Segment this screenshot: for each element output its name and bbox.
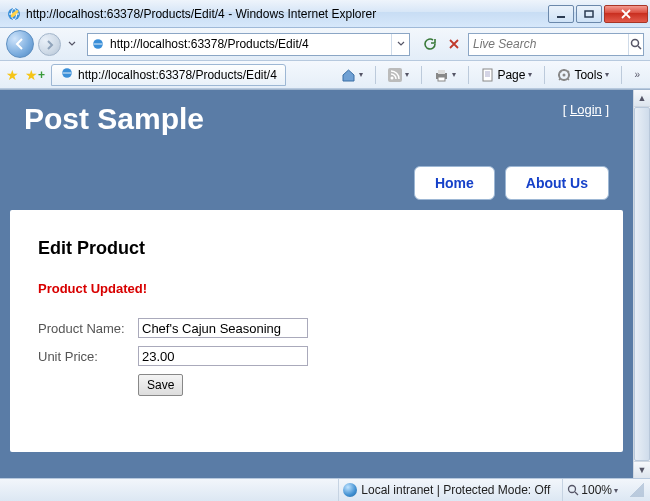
address-input[interactable] [108,34,391,55]
back-button[interactable] [6,30,34,58]
print-button[interactable]: ▾ [430,64,460,86]
page-menu[interactable]: Page▾ [477,64,536,86]
window-title: http://localhost:63378/Products/Edit/4 -… [26,7,546,21]
svg-rect-1 [557,16,565,18]
save-button[interactable]: Save [138,374,183,396]
product-name-label: Product Name: [38,321,138,336]
login-link[interactable]: Login [570,102,602,117]
browser-tab[interactable]: http://localhost:63378/Products/Edit/4 [51,64,286,86]
globe-icon [343,483,357,497]
zoom-icon [567,484,579,496]
address-dropdown[interactable] [391,34,409,55]
browser-viewport: Post Sample [ Login ] Home About Us Edit… [0,89,650,478]
feeds-button[interactable]: ▾ [384,64,413,86]
ie-page-icon [88,37,108,51]
scroll-up-arrow[interactable]: ▲ [634,90,650,107]
add-favorite-icon[interactable]: ★+ [25,67,45,83]
stop-button[interactable] [444,34,464,55]
minimize-button[interactable] [548,5,574,23]
unit-price-input[interactable] [138,346,308,366]
security-zone[interactable]: Local intranet | Protected Mode: Off [338,479,554,501]
help-chevron[interactable]: » [630,64,644,86]
resize-grip[interactable] [630,483,644,497]
scroll-thumb[interactable] [634,107,650,461]
tools-menu[interactable]: Tools▾ [553,64,613,86]
login-display: [ Login ] [563,102,609,117]
vertical-scrollbar[interactable]: ▲ ▼ [633,90,650,478]
home-button[interactable]: ▾ [337,64,367,86]
svg-point-4 [631,39,638,46]
status-bar: Local intranet | Protected Mode: Off 100… [0,478,650,501]
tab-title: http://localhost:63378/Products/Edit/4 [78,68,277,82]
svg-rect-2 [585,11,593,17]
site-nav: Home About Us [0,136,633,210]
product-name-input[interactable] [138,318,308,338]
maximize-button[interactable] [576,5,602,23]
search-input[interactable] [469,34,628,55]
nav-history-dropdown[interactable] [65,31,79,57]
window-buttons [546,5,648,23]
favorites-star-icon[interactable]: ★ [6,67,19,83]
zoom-control[interactable]: 100% ▾ [562,479,622,501]
svg-rect-11 [483,69,492,81]
ie-favicon [6,6,22,22]
forward-button[interactable] [38,33,61,56]
ie-page-icon [60,66,74,83]
unit-price-label: Unit Price: [38,349,138,364]
svg-rect-10 [438,77,445,81]
svg-point-7 [391,76,394,79]
page-heading: Edit Product [38,238,595,259]
address-bar [87,33,410,56]
command-bar: ★ ★+ http://localhost:63378/Products/Edi… [0,61,650,89]
scroll-down-arrow[interactable]: ▼ [634,461,650,478]
window-titlebar: http://localhost:63378/Products/Edit/4 -… [0,0,650,28]
search-box [468,33,644,56]
site-title: Post Sample [24,102,563,136]
status-message: Product Updated! [38,281,595,296]
search-button[interactable] [628,34,643,55]
nav-about[interactable]: About Us [505,166,609,200]
refresh-button[interactable] [418,34,440,55]
close-button[interactable] [604,5,648,23]
svg-point-13 [563,73,566,76]
page-content: Post Sample [ Login ] Home About Us Edit… [0,90,633,478]
svg-point-14 [569,486,576,493]
nav-home[interactable]: Home [414,166,495,200]
svg-rect-9 [438,70,445,74]
nav-toolbar [0,28,650,61]
